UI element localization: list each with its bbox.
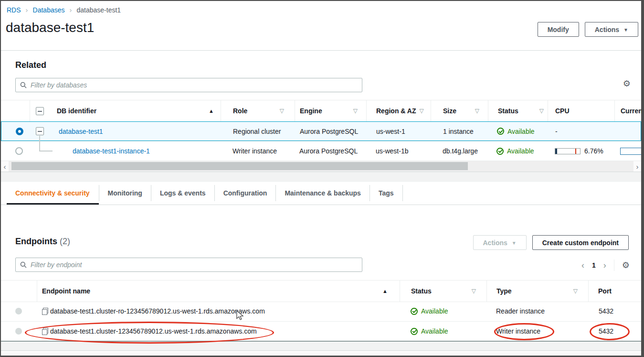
available-check-icon <box>497 128 504 135</box>
cpu-cell: 6.76% <box>548 141 614 161</box>
filter-triangle-icon[interactable]: ▽ <box>353 108 358 114</box>
horizontal-scrollbar: ‹ › <box>1 161 641 172</box>
section-gap <box>1 342 641 350</box>
col-region-az[interactable]: Region & AZ ▽ <box>366 100 431 121</box>
col-endpoint-name-label: Endpoint name <box>42 287 90 295</box>
rds-console-window: RDS › Databases › database-test1 databas… <box>0 0 644 357</box>
col-endpoint-port: Port <box>588 281 641 302</box>
col-endpoint-type-label: Type <box>496 287 512 295</box>
page-next-icon[interactable]: › <box>603 261 606 270</box>
related-filter-input[interactable] <box>31 81 358 89</box>
col-engine-label: Engine <box>300 107 322 115</box>
sort-ascending-icon: ▲ <box>209 108 214 114</box>
status-cell: Available <box>488 141 548 161</box>
endpoints-actions-dropdown-button[interactable]: Actions ▼ <box>473 235 527 250</box>
collapse-all-icon[interactable] <box>36 107 44 115</box>
endpoint-row-reader[interactable]: database-test1.cluster-ro-123456789012.u… <box>1 301 641 321</box>
col-endpoint-type[interactable]: Type ▽ <box>486 281 588 302</box>
next-section-edge <box>1 350 641 356</box>
engine-cell: Aurora PostgreSQL <box>295 122 367 141</box>
section-gap <box>1 172 641 181</box>
db-instance-link[interactable]: database-test1-instance-1 <box>73 147 150 155</box>
sort-ascending-icon: ▲ <box>382 288 388 294</box>
table-row-cluster[interactable]: database-test1 Regional cluster Aurora P… <box>1 121 641 141</box>
filter-triangle-icon[interactable]: ▽ <box>573 288 578 294</box>
filter-triangle-icon[interactable]: ▽ <box>472 288 476 294</box>
scroll-left-icon[interactable]: ‹ <box>1 162 9 171</box>
endpoints-actions-label: Actions <box>483 239 507 247</box>
endpoints-settings-gear-icon[interactable]: ⚙ <box>622 261 630 270</box>
db-cluster-link[interactable]: database-test1 <box>59 128 103 135</box>
search-icon <box>20 261 27 268</box>
divider <box>614 260 614 271</box>
region-cell: us-west-1b <box>366 141 431 161</box>
endpoint-filter-input[interactable] <box>31 261 358 269</box>
related-table-header: DB identifier ▲ Role ▽ Engine ▽ Region &… <box>1 100 641 122</box>
endpoints-actions: Actions ▼ Create custom endpoint <box>473 235 629 250</box>
row-radio-unselected[interactable] <box>15 147 23 155</box>
pagination: ‹ 1 › ⚙ <box>581 260 630 271</box>
col-db-identifier[interactable]: DB identifier ▲ <box>49 100 221 121</box>
endpoint-status-cell: Available <box>400 322 486 341</box>
page-actions: Modify Actions ▼ <box>538 22 638 37</box>
col-endpoint-status-label: Status <box>411 287 432 295</box>
scroll-right-icon[interactable]: › <box>633 162 641 171</box>
role-cell: Regional cluster <box>221 122 295 141</box>
search-icon <box>20 82 27 88</box>
endpoint-select-col-header <box>1 281 37 302</box>
tab-connectivity-security[interactable]: Connectivity & security <box>7 182 99 205</box>
col-engine[interactable]: Engine ▽ <box>295 100 366 121</box>
available-check-icon <box>411 308 418 315</box>
region-cell: us-west-1 <box>367 122 431 141</box>
scrollbar-track[interactable] <box>9 161 633 172</box>
copy-icon[interactable] <box>42 308 48 315</box>
create-custom-endpoint-button[interactable]: Create custom endpoint <box>532 235 629 250</box>
endpoints-count: (2) <box>60 237 70 246</box>
related-title: Related <box>15 60 46 70</box>
breadcrumb-current: database-test1 <box>77 6 121 14</box>
col-endpoint-status[interactable]: Status ▽ <box>400 281 486 302</box>
related-filter <box>15 78 362 92</box>
filter-triangle-icon[interactable]: ▽ <box>475 108 479 114</box>
endpoint-radio[interactable] <box>15 328 22 335</box>
filter-triangle-icon[interactable]: ▽ <box>280 108 284 114</box>
col-endpoint-name[interactable]: Endpoint name ▲ <box>37 281 400 302</box>
current-activity-meter <box>620 148 644 155</box>
copy-icon[interactable] <box>42 328 48 335</box>
tab-logs-events[interactable]: Logs & events <box>151 185 215 201</box>
row-radio-selected[interactable] <box>16 128 23 135</box>
endpoint-radio[interactable] <box>15 308 22 314</box>
detail-tabs: Connectivity & security Monitoring Logs … <box>1 181 641 205</box>
endpoint-row-writer[interactable]: database-test1.cluster-123456789012.us-w… <box>1 321 641 342</box>
size-cell: db.t4g.large <box>431 141 488 161</box>
tab-monitoring[interactable]: Monitoring <box>99 185 151 201</box>
page-title: database-test1 <box>6 20 94 35</box>
modify-button[interactable]: Modify <box>538 22 579 37</box>
related-settings-gear-icon[interactable]: ⚙ <box>623 79 631 88</box>
col-status[interactable]: Status ▽ <box>488 100 548 121</box>
tab-tags[interactable]: Tags <box>370 185 403 201</box>
col-size[interactable]: Size ▽ <box>431 100 488 121</box>
table-row-instance[interactable]: database-test1-instance-1 Writer instanc… <box>1 141 641 161</box>
filter-triangle-icon[interactable]: ▽ <box>419 108 423 114</box>
tab-maintenance-backups[interactable]: Maintenance & backups <box>276 185 370 201</box>
engine-cell: Aurora PostgreSQL <box>295 141 366 161</box>
col-region-az-label: Region & AZ <box>376 107 416 115</box>
size-cell: 1 instance <box>431 122 488 141</box>
scrollbar-thumb[interactable] <box>11 162 468 170</box>
actions-dropdown-button[interactable]: Actions ▼ <box>585 22 638 37</box>
breadcrumb-rds-link[interactable]: RDS <box>7 6 21 14</box>
page-previous-icon[interactable]: ‹ <box>581 261 584 270</box>
col-size-label: Size <box>443 107 456 115</box>
endpoints-table-header: Endpoint name ▲ Status ▽ Type ▽ Port <box>1 280 641 302</box>
expander-icon[interactable] <box>36 127 44 135</box>
col-role[interactable]: Role ▽ <box>221 100 295 121</box>
filter-triangle-icon[interactable]: ▽ <box>539 108 544 114</box>
role-cell: Writer instance <box>221 141 295 161</box>
breadcrumb-separator-icon: › <box>26 6 28 14</box>
col-db-identifier-label: DB identifier <box>57 107 96 115</box>
page-number[interactable]: 1 <box>592 261 596 269</box>
tab-configuration[interactable]: Configuration <box>215 185 276 201</box>
breadcrumb-databases-link[interactable]: Databases <box>33 6 65 14</box>
col-status-label: Status <box>498 107 518 115</box>
